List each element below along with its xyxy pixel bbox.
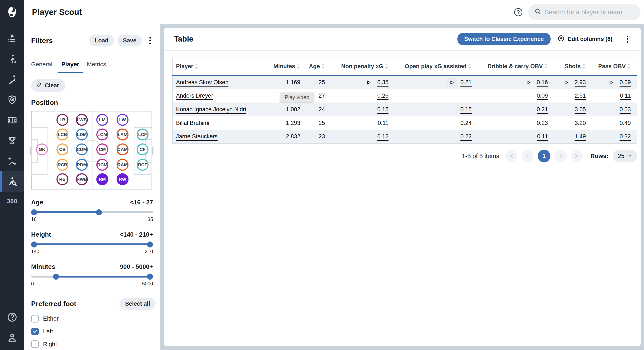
- sidebar-item-match-list[interactable]: [0, 28, 24, 48]
- position-CF[interactable]: CF: [136, 144, 148, 156]
- foot-option-left[interactable]: Left: [31, 328, 154, 335]
- slider-track[interactable]: [31, 242, 153, 247]
- player-link[interactable]: Andreas Skov Olsen: [176, 79, 228, 86]
- metric-value-link[interactable]: 0.21: [536, 106, 548, 113]
- previous-page-button[interactable]: [522, 150, 534, 162]
- switch-classic-button[interactable]: Switch to Classic Experience: [457, 32, 551, 46]
- sidebar-item-player-scout[interactable]: [0, 172, 24, 192]
- position-LCB[interactable]: LCB: [56, 128, 68, 140]
- metric-value-link[interactable]: 0.15: [377, 106, 388, 113]
- column-header-dribble-carry-obv[interactable]: Dribble & carry OBV: [472, 58, 548, 75]
- slider-handle-min[interactable]: [31, 242, 37, 248]
- position-LCM[interactable]: LCM: [96, 128, 108, 140]
- metric-value-link[interactable]: 0.26: [377, 92, 388, 99]
- foot-option-either[interactable]: Either: [31, 315, 154, 322]
- metric-value-link[interactable]: 0.09: [620, 79, 631, 86]
- global-search[interactable]: [528, 4, 640, 20]
- sidebar-item-tactics[interactable]: [0, 151, 24, 172]
- first-page-button[interactable]: [505, 150, 517, 162]
- edit-columns-button[interactable]: Edit columns (8): [558, 35, 612, 44]
- metric-value-link[interactable]: 0.09: [536, 92, 548, 99]
- metric-value-link[interactable]: 2.51: [574, 92, 586, 99]
- page-number-button[interactable]: 1: [538, 150, 550, 162]
- metric-value-link[interactable]: 0.21: [460, 79, 472, 86]
- position-RW[interactable]: RW: [116, 173, 128, 185]
- checkbox[interactable]: [31, 340, 39, 348]
- position-LM[interactable]: LM: [96, 114, 108, 126]
- position-LB[interactable]: LB: [56, 114, 68, 126]
- play-video-icon[interactable]: [606, 77, 616, 88]
- position-RAM[interactable]: RAM: [116, 159, 128, 171]
- metric-value-link[interactable]: 3.05: [574, 106, 586, 113]
- sidebar-item-goalkeeper[interactable]: [0, 69, 24, 90]
- position-CB[interactable]: CB: [56, 144, 68, 156]
- position-LCF[interactable]: LCF: [136, 128, 148, 140]
- sidebar-item-pitch[interactable]: [0, 110, 24, 130]
- position-RB[interactable]: RB: [56, 173, 68, 185]
- app-logo-icon[interactable]: [0, 0, 24, 24]
- play-video-icon[interactable]: [560, 77, 572, 88]
- metric-value-link[interactable]: 0.49: [620, 120, 631, 126]
- position-RCM[interactable]: RCM: [96, 159, 108, 171]
- checkbox[interactable]: [31, 328, 39, 335]
- slider-handle-max[interactable]: [147, 274, 153, 280]
- metric-value-link[interactable]: 3.20: [574, 120, 586, 126]
- metric-value-link[interactable]: 0.24: [460, 120, 472, 126]
- load-button[interactable]: Load: [89, 34, 114, 46]
- help-icon[interactable]: [6, 312, 18, 324]
- column-header-shots[interactable]: Shots: [548, 58, 586, 75]
- position-CDM[interactable]: CDM: [76, 144, 88, 156]
- metric-value-link[interactable]: 0.03: [620, 106, 631, 113]
- tab-general[interactable]: General: [31, 56, 58, 73]
- tab-metrics[interactable]: Metrics: [83, 56, 110, 73]
- position-LW[interactable]: LW: [116, 114, 128, 126]
- position-RM[interactable]: RM: [96, 173, 108, 185]
- column-header-minutes[interactable]: Minutes: [270, 58, 300, 75]
- column-header-pass-obv[interactable]: Pass OBV: [586, 58, 637, 75]
- metric-value-link[interactable]: 0.35: [377, 79, 388, 86]
- last-page-button[interactable]: [571, 150, 583, 162]
- position-GK[interactable]: GK: [36, 144, 48, 156]
- profile-icon[interactable]: [6, 332, 18, 345]
- play-video-icon[interactable]: [363, 77, 374, 88]
- play-video-icon[interactable]: [522, 77, 534, 88]
- slider-track[interactable]: [31, 209, 153, 215]
- column-header-non-penalty-xg[interactable]: Non penalty xG: [325, 58, 388, 75]
- metric-value-link[interactable]: 0.11: [378, 120, 388, 126]
- save-button[interactable]: Save: [118, 34, 142, 46]
- select-all-button[interactable]: Select all: [120, 298, 156, 310]
- player-link[interactable]: Anders Dreyer: [176, 92, 213, 99]
- position-RWB[interactable]: RWB: [76, 173, 88, 185]
- slider-track[interactable]: [31, 274, 153, 279]
- column-header-open-play-xg-assisted[interactable]: Open play xG assisted: [388, 58, 472, 75]
- filters-menu-icon[interactable]: [146, 36, 154, 45]
- player-link[interactable]: Jarne Steuckers: [176, 133, 218, 140]
- position-CM[interactable]: CM: [96, 144, 108, 156]
- sidebar-item-competition[interactable]: [0, 130, 24, 151]
- clear-button[interactable]: Clear: [31, 79, 65, 92]
- metric-value-link[interactable]: 1.49: [574, 133, 586, 140]
- slider-handle-max[interactable]: [96, 209, 102, 215]
- metric-value-link[interactable]: 0.12: [377, 133, 388, 140]
- metric-value-link[interactable]: 0.22: [460, 133, 472, 140]
- metric-value-link[interactable]: 0.16: [536, 79, 548, 86]
- checkbox[interactable]: [31, 315, 39, 322]
- player-link[interactable]: Konan Ignace Jocelyn N’dri: [176, 106, 246, 112]
- foot-option-right[interactable]: Right: [31, 340, 154, 348]
- next-page-button[interactable]: [555, 150, 567, 162]
- position-LWB[interactable]: LWB: [76, 114, 88, 126]
- sidebar-item-team[interactable]: [0, 90, 24, 110]
- position-RDM[interactable]: RDM: [76, 159, 88, 171]
- search-input[interactable]: [545, 8, 634, 16]
- column-header-player[interactable]: Player: [172, 58, 270, 75]
- metric-value-link[interactable]: 0.32: [620, 133, 631, 140]
- metric-value-link[interactable]: 0.15: [460, 106, 472, 113]
- help-circle-icon[interactable]: ?: [512, 6, 525, 18]
- slider-handle-max[interactable]: [147, 242, 153, 248]
- position-RCF[interactable]: RCF: [136, 159, 148, 171]
- slider-handle-min[interactable]: [53, 274, 59, 280]
- rows-per-page-select[interactable]: 25: [613, 150, 637, 162]
- tab-player[interactable]: Player: [58, 56, 83, 73]
- player-link[interactable]: Billal Brahimi: [176, 120, 209, 126]
- position-CAM[interactable]: CAM: [116, 144, 128, 156]
